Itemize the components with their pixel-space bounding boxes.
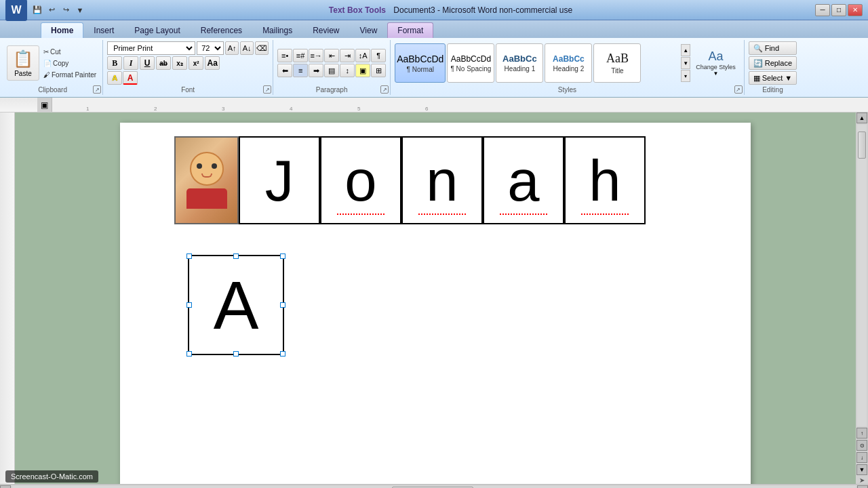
line-spacing-button[interactable]: ↕ — [340, 64, 355, 77]
format-painter-button[interactable]: 🖌 Format Painter — [41, 69, 98, 80]
numbering-button[interactable]: ≡# — [293, 49, 308, 62]
style-heading2-preview: AaBbCc — [553, 54, 585, 64]
increase-font-btn[interactable]: A↑ — [225, 41, 239, 55]
align-center-button[interactable]: ≡ — [293, 64, 308, 77]
handle-top-center[interactable] — [233, 253, 239, 259]
spell-underline-o — [337, 214, 384, 215]
clipboard-dialog-launcher[interactable]: ↗ — [93, 85, 101, 94]
style-title[interactable]: AaB Title — [593, 43, 641, 83]
handle-middle-right[interactable] — [280, 302, 285, 308]
multilevel-button[interactable]: ≡→ — [309, 49, 323, 62]
handle-top-right[interactable] — [280, 253, 285, 259]
find-button[interactable]: 🔍 Find — [749, 41, 797, 55]
change-styles-label: Change Styles — [696, 64, 736, 71]
cut-button[interactable]: ✂ Cut — [41, 46, 98, 57]
handle-top-left[interactable] — [186, 253, 192, 259]
styles-dialog-launcher[interactable]: ↗ — [734, 85, 743, 94]
style-heading1[interactable]: AaBbCc Heading 1 — [496, 43, 543, 83]
paragraph-content: ≡• ≡# ≡→ ⇤ ⇥ ↕A ¶ ⬅ ≡ ➡ ▤ ↕ ▣ — [277, 41, 386, 85]
maximize-button[interactable]: □ — [831, 4, 846, 16]
scroll-down-arrow[interactable]: ▼ — [856, 464, 867, 475]
change-case-button[interactable]: Aa — [205, 56, 220, 70]
superscript-button[interactable]: x² — [189, 56, 203, 70]
increase-indent-button[interactable]: ⇥ — [340, 49, 355, 62]
scroll-page-up[interactable]: ↑ — [856, 428, 867, 439]
undo-quick-btn[interactable]: ↩ — [45, 4, 58, 16]
clear-formatting-btn[interactable]: ⌫ — [255, 41, 269, 55]
letter-card-h: h — [564, 136, 646, 224]
sort-button[interactable]: ↕A — [355, 49, 370, 62]
scroll-up-arrow[interactable]: ▲ — [856, 113, 867, 123]
selected-textbox[interactable]: A — [188, 255, 284, 355]
styles-scroll-down[interactable]: ▼ — [681, 57, 690, 69]
tab-references[interactable]: References — [191, 22, 252, 38]
vertical-scrollbar[interactable]: ▲ ↑ ⊙ ↓ ▼ ➤ — [856, 113, 868, 484]
hscroll-right[interactable]: ► — [857, 485, 868, 489]
scroll-page-down[interactable]: ↓ — [856, 452, 867, 463]
subscript-button[interactable]: x₂ — [172, 56, 187, 70]
paragraph-dialog-launcher[interactable]: ↗ — [380, 85, 389, 94]
redo-quick-btn[interactable]: ↪ — [60, 4, 72, 16]
styles-more-btn[interactable]: ▾ — [681, 70, 690, 82]
italic-button[interactable]: I — [123, 56, 138, 70]
close-button[interactable]: ✕ — [848, 4, 863, 16]
more-quick-btn[interactable]: ▼ — [74, 4, 86, 16]
hscroll-left[interactable]: ◄ — [0, 485, 11, 489]
clipboard-group-label: Clipboard — [35, 86, 70, 94]
styles-group-label: Styles — [555, 86, 579, 94]
style-heading1-preview: AaBbCc — [502, 54, 537, 64]
save-quick-btn[interactable]: 💾 — [31, 4, 43, 16]
styles-scroll-up[interactable]: ▲ — [681, 44, 690, 56]
scroll-center[interactable]: ⊙ — [856, 440, 867, 451]
tab-view[interactable]: View — [350, 22, 388, 38]
paste-button[interactable]: 📋 Paste — [7, 45, 39, 81]
tab-insert[interactable]: Insert — [83, 22, 124, 38]
hscroll-track[interactable] — [12, 486, 856, 489]
show-formatting-button[interactable]: ¶ — [371, 49, 386, 62]
scissors-icon: ✂ — [43, 48, 49, 56]
scroll-track[interactable] — [857, 125, 867, 426]
tab-home[interactable]: Home — [41, 22, 83, 38]
tab-review[interactable]: Review — [302, 22, 349, 38]
decrease-indent-button[interactable]: ⇤ — [324, 49, 339, 62]
font-size-select[interactable]: 72 — [197, 41, 224, 55]
align-right-button[interactable]: ➡ — [309, 64, 323, 77]
scroll-thumb[interactable] — [858, 131, 866, 159]
justify-button[interactable]: ▤ — [324, 64, 339, 77]
tab-page-layout[interactable]: Page Layout — [124, 22, 190, 38]
spell-underline-h — [581, 214, 629, 215]
bullets-button[interactable]: ≡• — [277, 49, 292, 62]
style-normal[interactable]: AaBbCcDd ¶ Normal — [395, 43, 446, 83]
style-heading2[interactable]: AaBbCc Heading 2 — [545, 43, 592, 83]
change-styles-button[interactable]: Aa Change Styles ▼ — [692, 47, 740, 80]
style-heading2-label: Heading 2 — [553, 65, 585, 73]
copy-button[interactable]: 📄 Copy — [41, 58, 98, 68]
font-name-select[interactable]: Primer Print — [107, 41, 195, 55]
minimize-button[interactable]: ─ — [815, 4, 830, 16]
document-page[interactable]: J o n a h — [120, 123, 751, 484]
left-ruler — [0, 113, 15, 484]
horizontal-scrollbar[interactable]: ◄ ► — [0, 484, 868, 488]
shading-button[interactable]: ▣ — [355, 64, 370, 77]
strikethrough-button[interactable]: ab — [156, 56, 171, 70]
decrease-font-btn[interactable]: A↓ — [240, 41, 254, 55]
tab-mailings[interactable]: Mailings — [252, 22, 302, 38]
document-scroll[interactable]: J o n a h — [15, 113, 856, 484]
align-left-button[interactable]: ⬅ — [277, 64, 292, 77]
underline-button[interactable]: U — [140, 56, 155, 70]
replace-button[interactable]: 🔄 Replace — [749, 56, 797, 70]
borders-button[interactable]: ⊞ — [371, 64, 386, 77]
style-no-spacing[interactable]: AaBbCcDd ¶ No Spacing — [447, 43, 494, 83]
handle-middle-left[interactable] — [186, 302, 192, 308]
highlight-button[interactable]: A — [107, 71, 122, 85]
handle-bottom-left[interactable] — [186, 351, 192, 357]
tab-format[interactable]: Format — [387, 22, 433, 38]
select-button[interactable]: ▦ Select ▼ — [749, 71, 797, 85]
styles-content: AaBbCcDd ¶ Normal AaBbCcDd ¶ No Spacing … — [395, 41, 740, 85]
font-dialog-launcher[interactable]: ↗ — [263, 85, 271, 94]
styles-group: AaBbCcDd ¶ Normal AaBbCcDd ¶ No Spacing … — [391, 40, 745, 95]
bold-button[interactable]: B — [107, 56, 122, 70]
font-color-button[interactable]: A — [123, 71, 138, 85]
handle-bottom-right[interactable] — [280, 351, 285, 357]
handle-bottom-center[interactable] — [233, 351, 239, 357]
